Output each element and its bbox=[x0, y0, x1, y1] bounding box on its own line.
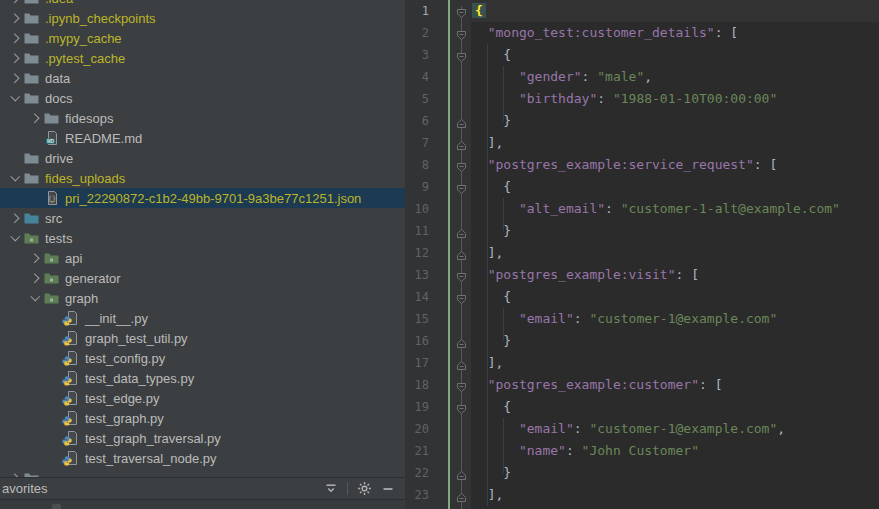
code-text: { bbox=[472, 396, 511, 418]
tree-item-test_edge.py[interactable]: test_edge.py bbox=[0, 388, 405, 408]
chevron-right-icon[interactable] bbox=[8, 50, 23, 66]
chevron-right-icon[interactable] bbox=[8, 210, 23, 226]
fold-collapse-end-icon[interactable] bbox=[456, 489, 467, 507]
code-line[interactable]: 19 { bbox=[405, 396, 879, 418]
tree-item-label: fides_uploads bbox=[45, 171, 125, 186]
tree-item-label: README.md bbox=[65, 131, 142, 146]
fold-collapse-start-icon[interactable] bbox=[456, 379, 467, 397]
editor[interactable]: 1{2 "mongo_test:customer_details": [3 {4… bbox=[405, 0, 879, 509]
tree-item-src[interactable]: src bbox=[0, 208, 405, 228]
tree-item-label: test_graph.py bbox=[85, 411, 164, 426]
line-number: 21 bbox=[405, 440, 429, 462]
code-line[interactable]: 18 "postgres_example:customer": [ bbox=[405, 374, 879, 396]
code-line[interactable]: 11 } bbox=[405, 220, 879, 242]
chevron-right-icon[interactable] bbox=[8, 10, 23, 26]
tree-item-partial[interactable] bbox=[0, 468, 405, 477]
tree-item-README.md[interactable]: MDREADME.md bbox=[0, 128, 405, 148]
chevron-right-icon[interactable] bbox=[28, 250, 43, 266]
collapse-all-icon[interactable] bbox=[324, 482, 338, 496]
fold-collapse-start-icon[interactable] bbox=[456, 181, 467, 199]
tree-item-docs[interactable]: docs bbox=[0, 88, 405, 108]
code-line[interactable]: 7 ], bbox=[405, 132, 879, 154]
code-line[interactable]: 3 { bbox=[405, 44, 879, 66]
tree-item-tests[interactable]: tests bbox=[0, 228, 405, 248]
code-line[interactable]: 6 } bbox=[405, 110, 879, 132]
svg-text:MD: MD bbox=[46, 139, 54, 144]
fold-collapse-start-icon[interactable] bbox=[456, 49, 467, 67]
line-number: 20 bbox=[405, 418, 429, 440]
tree-item-graph_test_util.py[interactable]: graph_test_util.py bbox=[0, 328, 405, 348]
code-line[interactable]: 12 ], bbox=[405, 242, 879, 264]
fold-collapse-end-icon[interactable] bbox=[456, 137, 467, 155]
code-line[interactable]: 23 ], bbox=[405, 484, 879, 506]
fold-collapse-start-icon[interactable] bbox=[456, 159, 467, 177]
chevron-right-icon[interactable] bbox=[8, 0, 23, 6]
code-line[interactable]: 10 "alt_email": "customer-1-alt@example.… bbox=[405, 198, 879, 220]
fold-collapse-end-icon[interactable] bbox=[456, 247, 467, 265]
tree-item-test_graph_traversal.py[interactable]: test_graph_traversal.py bbox=[0, 428, 405, 448]
chevron-down-icon[interactable] bbox=[8, 170, 23, 186]
tree-item-.pytest_cache[interactable]: .pytest_cache bbox=[0, 48, 405, 68]
code-line[interactable]: 1{ bbox=[405, 0, 879, 22]
line-number: 17 bbox=[405, 352, 429, 374]
code-line[interactable]: 22 } bbox=[405, 462, 879, 484]
tree-item-pri_22290872-c1b2-49bb-9701-9a3be77c1251.json[interactable]: {} pri_22290872-c1b2-49bb-9701-9a3be77c1… bbox=[0, 188, 405, 208]
json-string: "male" bbox=[597, 69, 644, 84]
tree-item-data[interactable]: data bbox=[0, 68, 405, 88]
chevron-right-icon[interactable] bbox=[28, 110, 43, 126]
hide-toolwindow-icon[interactable] bbox=[381, 482, 395, 496]
tree-item-test_config.py[interactable]: test_config.py bbox=[0, 348, 405, 368]
fold-collapse-end-icon[interactable] bbox=[456, 115, 467, 133]
fold-collapse-end-icon[interactable] bbox=[456, 225, 467, 243]
chevron-down-icon[interactable] bbox=[8, 90, 23, 106]
chevron-right-icon[interactable] bbox=[8, 470, 23, 477]
json-punctuation: : [ bbox=[715, 25, 738, 40]
tree-item-api[interactable]: api bbox=[0, 248, 405, 268]
code-line[interactable]: 14 { bbox=[405, 286, 879, 308]
tree-item-fides_uploads[interactable]: fides_uploads bbox=[0, 168, 405, 188]
chevron-down-icon[interactable] bbox=[28, 290, 43, 306]
fold-collapse-start-icon[interactable] bbox=[456, 5, 467, 23]
chevron-right-icon[interactable] bbox=[28, 270, 43, 286]
code-line[interactable]: 15 "email": "customer-1@example.com" bbox=[405, 308, 879, 330]
fold-collapse-start-icon[interactable] bbox=[456, 291, 467, 309]
fold-collapse-end-icon[interactable] bbox=[456, 335, 467, 353]
folder-icon bbox=[23, 171, 40, 186]
code-line[interactable]: 4 "gender": "male", bbox=[405, 66, 879, 88]
tree-item-test_traversal_node.py[interactable]: test_traversal_node.py bbox=[0, 448, 405, 468]
settings-gear-icon[interactable] bbox=[357, 481, 372, 496]
fold-collapse-start-icon[interactable] bbox=[456, 269, 467, 287]
tree-item-test_data_types.py[interactable]: test_data_types.py bbox=[0, 368, 405, 388]
chevron-down-icon[interactable] bbox=[8, 230, 23, 246]
code-line[interactable]: 9 { bbox=[405, 176, 879, 198]
tree-item-.mypy_cache[interactable]: .mypy_cache bbox=[0, 28, 405, 48]
tree-item-fidesops[interactable]: fidesops bbox=[0, 108, 405, 128]
code-line[interactable]: 20 "email": "customer-1@example.com", bbox=[405, 418, 879, 440]
tree-item-drive[interactable]: drive bbox=[0, 148, 405, 168]
code-line[interactable]: 13 "postgres_example:visit": [ bbox=[405, 264, 879, 286]
fold-collapse-end-icon[interactable] bbox=[456, 467, 467, 485]
tree-item-test_graph.py[interactable]: test_graph.py bbox=[0, 408, 405, 428]
tree-item-.idea[interactable]: .idea bbox=[0, 0, 405, 8]
chevron-right-icon[interactable] bbox=[8, 30, 23, 46]
tree-item-generator[interactable]: generator bbox=[0, 268, 405, 288]
json-punctuation: { bbox=[472, 289, 511, 304]
code-line[interactable]: 2 "mongo_test:customer_details": [ bbox=[405, 22, 879, 44]
code-text: "email": "customer-1@example.com" bbox=[472, 308, 777, 330]
chevron-spacer bbox=[48, 350, 63, 366]
code-line[interactable]: 21 "name": "John Customer" bbox=[405, 440, 879, 462]
code-line[interactable]: 5 "birthday": "1988-01-10T00:00:00" bbox=[405, 88, 879, 110]
line-number: 18 bbox=[405, 374, 429, 396]
json-punctuation: : bbox=[566, 443, 582, 458]
chevron-right-icon[interactable] bbox=[8, 70, 23, 86]
code-line[interactable]: 17 ], bbox=[405, 352, 879, 374]
fold-collapse-start-icon[interactable] bbox=[456, 401, 467, 419]
fold-collapse-start-icon[interactable] bbox=[456, 27, 467, 45]
fold-collapse-end-icon[interactable] bbox=[456, 357, 467, 375]
code-line[interactable]: 8 "postgres_example:service_request": [ bbox=[405, 154, 879, 176]
code-line[interactable]: 16 } bbox=[405, 330, 879, 352]
tree-item-__init__.py[interactable]: __init__.py bbox=[0, 308, 405, 328]
chevron-spacer bbox=[48, 450, 63, 466]
tree-item-graph[interactable]: graph bbox=[0, 288, 405, 308]
tree-item-.ipynb_checkpoints[interactable]: .ipynb_checkpoints bbox=[0, 8, 405, 28]
